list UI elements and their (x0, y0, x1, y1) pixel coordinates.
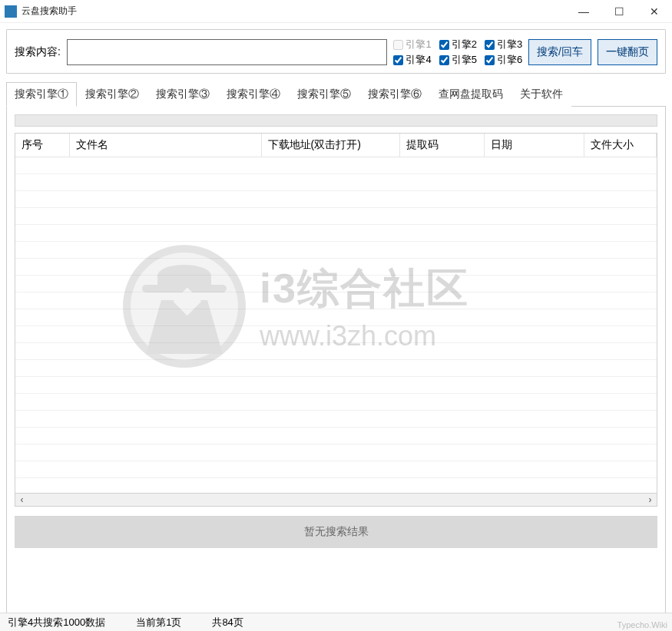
engine-5-label: 引擎5 (452, 53, 477, 67)
footer-watermark: Typecho.Wiki (617, 620, 667, 629)
engine-3-checkbox[interactable] (485, 40, 495, 50)
engine-3-label: 引擎3 (497, 38, 522, 51)
tabs-bar: 搜索引擎① 搜索引擎② 搜索引擎③ 搜索引擎④ 搜索引擎⑤ 搜索引擎⑥ 查网盘提… (6, 81, 666, 107)
tab-about[interactable]: 关于软件 (511, 82, 571, 107)
tab-engine-3[interactable]: 搜索引擎③ (147, 82, 218, 107)
maximize-button[interactable]: ☐ (601, 0, 637, 23)
engine-4-checkbox[interactable] (393, 55, 403, 65)
col-filename[interactable]: 文件名 (69, 134, 261, 157)
status-total-pages: 共84页 (212, 616, 243, 629)
search-button[interactable]: 搜索/回车 (528, 39, 591, 65)
col-download[interactable]: 下载地址(双击打开) (261, 134, 399, 157)
engine-1-checkbox[interactable] (393, 40, 403, 50)
table-row (15, 444, 657, 461)
col-size[interactable]: 文件大小 (584, 134, 657, 157)
table-row (15, 174, 657, 191)
engine-4-label: 引擎4 (406, 53, 431, 67)
tab-extract-code[interactable]: 查网盘提取码 (430, 82, 511, 107)
tab-engine-5[interactable]: 搜索引擎⑤ (289, 82, 359, 107)
window-controls: — ☐ ✕ (566, 0, 672, 22)
status-current-page: 当前第1页 (136, 616, 181, 629)
results-table-wrap: 序号 文件名 下载地址(双击打开) 提取码 日期 文件大小 (15, 133, 657, 494)
engine-5-option[interactable]: 引擎5 (439, 53, 477, 67)
search-label: 搜索内容: (15, 45, 61, 59)
horizontal-scrollbar[interactable]: ‹ › (15, 494, 657, 507)
tab-content: 序号 文件名 下载地址(双击打开) 提取码 日期 文件大小 (6, 107, 666, 613)
table-row (15, 225, 657, 242)
col-date[interactable]: 日期 (484, 134, 584, 157)
results-tbody (15, 157, 657, 478)
results-table: 序号 文件名 下载地址(双击打开) 提取码 日期 文件大小 (15, 134, 657, 478)
table-row (15, 208, 657, 225)
titlebar: 云盘搜索助手 — ☐ ✕ (0, 0, 672, 23)
tab-engine-6[interactable]: 搜索引擎⑥ (359, 82, 430, 107)
engine-2-label: 引擎2 (452, 38, 477, 51)
table-row (15, 292, 657, 309)
engine-3-option[interactable]: 引擎3 (485, 38, 522, 51)
page-flip-button[interactable]: 一键翻页 (598, 39, 657, 65)
table-row (15, 461, 657, 478)
col-code[interactable]: 提取码 (399, 134, 484, 157)
window-title: 云盘搜索助手 (22, 5, 566, 18)
table-row (15, 411, 657, 428)
table-row (15, 394, 657, 411)
table-row (15, 276, 657, 292)
engine-checkbox-group: 引擎1 引擎2 引擎3 引擎4 引擎5 引擎6 (393, 38, 522, 67)
scroll-left-arrow-icon[interactable]: ‹ (15, 494, 28, 506)
tab-engine-4[interactable]: 搜索引擎④ (218, 82, 289, 107)
close-button[interactable]: ✕ (637, 0, 672, 23)
search-panel: 搜索内容: 引擎1 引擎2 引擎3 引擎4 引擎5 引擎6 搜索/回车 一键翻页 (6, 29, 666, 74)
table-row (15, 191, 657, 208)
table-row (15, 259, 657, 276)
status-data-count: 引擎4共搜索1000数据 (8, 616, 105, 629)
engine-1-label: 引擎1 (406, 38, 431, 51)
table-row (15, 360, 657, 377)
table-row (15, 326, 657, 343)
status-bar: 引擎4共搜索1000数据 当前第1页 共84页 (0, 613, 672, 631)
table-row (15, 242, 657, 259)
engine-1-option[interactable]: 引擎1 (393, 38, 431, 51)
engine-6-option[interactable]: 引擎6 (485, 53, 522, 67)
app-icon (5, 5, 17, 18)
table-row (15, 377, 657, 394)
engine-2-option[interactable]: 引擎2 (439, 38, 477, 51)
scroll-right-arrow-icon[interactable]: › (644, 494, 657, 506)
engine-5-checkbox[interactable] (439, 55, 449, 65)
engine-4-option[interactable]: 引擎4 (393, 53, 431, 67)
search-input[interactable] (67, 39, 388, 65)
col-index[interactable]: 序号 (15, 134, 69, 157)
minimize-button[interactable]: — (566, 0, 601, 23)
no-result-banner: 暂无搜索结果 (15, 516, 657, 548)
engine-6-label: 引擎6 (497, 53, 522, 67)
engine-2-checkbox[interactable] (439, 40, 449, 50)
tab-engine-2[interactable]: 搜索引擎② (77, 82, 147, 107)
table-row (15, 157, 657, 174)
table-row (15, 428, 657, 444)
table-row (15, 343, 657, 360)
table-row (15, 309, 657, 326)
progress-bar (15, 114, 657, 127)
tab-engine-1[interactable]: 搜索引擎① (6, 82, 77, 107)
engine-6-checkbox[interactable] (485, 55, 495, 65)
